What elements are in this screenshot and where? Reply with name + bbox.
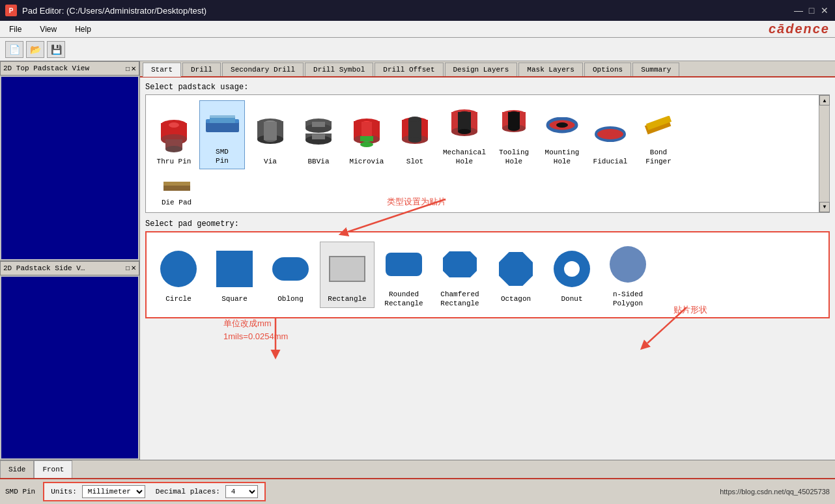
padstack-microvia[interactable]: Microvia — [344, 111, 389, 169]
new-button[interactable]: 📄 — [5, 41, 23, 58]
svg-point-48 — [508, 126, 520, 131]
app-icon: P — [5, 5, 17, 16]
mechanical-hole-label: MechanicalHole — [443, 148, 486, 167]
geometry-polygon[interactable]: n-SidedPolygon — [601, 238, 655, 313]
via-icon — [251, 113, 290, 156]
top-view-close[interactable]: ✕ — [131, 65, 136, 72]
title-bar: P Pad Editor: (C:/Users/Administrator/De… — [0, 0, 835, 21]
svg-rect-15 — [264, 122, 277, 140]
annotation-area: 单位改成mm 1mils=0.0254mm 贴片形状 — [145, 324, 830, 372]
tab-front[interactable]: Front — [34, 460, 72, 478]
smd-pin-icon — [203, 104, 242, 146]
oblong-label: Oblong — [277, 294, 304, 303]
geometry-rounded-rectangle[interactable]: RoundedRectangle — [377, 238, 431, 313]
padstack-bond-finger[interactable]: BondFinger — [636, 102, 681, 169]
svg-rect-58 — [163, 182, 190, 186]
svg-point-30 — [360, 142, 373, 147]
square-label: Square — [221, 294, 248, 303]
units-select[interactable]: Millimeter Mils Inches — [82, 485, 145, 498]
units-annotation-text: 单位改成mm 1mils=0.0254mm — [223, 317, 288, 343]
top-view-header: 2D Top Padstack View □ ✕ — [0, 61, 139, 76]
units-label: Units: — [51, 488, 77, 496]
geometry-octagon[interactable]: Octagon — [489, 242, 543, 307]
maximize-button[interactable]: □ — [806, 5, 817, 16]
slot-icon — [395, 113, 434, 156]
padstack-tooling-hole[interactable]: ToolingHole — [491, 102, 537, 169]
rectangle-icon — [324, 246, 370, 292]
tab-drill-offset[interactable]: Drill Offset — [375, 63, 443, 76]
tab-start[interactable]: Start — [143, 63, 181, 77]
padstack-die-pad[interactable]: Die Pad — [154, 175, 199, 210]
mounting-hole-icon — [543, 104, 582, 147]
padstack-mounting-hole[interactable]: MountingHole — [539, 102, 585, 169]
padstack-fiducial[interactable]: Fiducial — [587, 111, 633, 169]
tab-secondary-drill[interactable]: Secondary Drill — [222, 63, 304, 76]
padstack-section-label: Select padstack usage: — [145, 83, 830, 92]
side-view-header: 2D Padstack Side V… □ ✕ — [0, 261, 139, 275]
geometry-rectangle[interactable]: Rectangle — [320, 242, 375, 308]
circle-icon — [156, 246, 201, 292]
padstack-via[interactable]: Via — [248, 111, 293, 169]
geometry-circle[interactable]: Circle — [152, 242, 205, 307]
die-pad-row: Die Pad — [151, 175, 814, 210]
padstack-slot[interactable]: Slot — [392, 111, 438, 169]
side-view-restore[interactable]: □ — [126, 264, 130, 272]
tab-summary[interactable]: Summary — [632, 63, 679, 76]
svg-rect-22 — [312, 134, 325, 139]
tab-drill-symbol[interactable]: Drill Symbol — [305, 63, 373, 76]
left-panel: 2D Top Padstack View □ ✕ 2D Padstack Sid… — [0, 61, 140, 460]
svg-rect-21 — [312, 122, 325, 127]
fiducial-icon — [591, 113, 630, 156]
geometry-oblong[interactable]: Oblong — [264, 242, 317, 307]
padstack-mechanical-hole[interactable]: MechanicalHole — [440, 102, 488, 169]
open-button[interactable]: 📂 — [26, 41, 44, 58]
side-view-close[interactable]: ✕ — [131, 264, 136, 272]
menu-help[interactable]: Help — [71, 23, 95, 35]
tab-side[interactable]: Side — [0, 460, 34, 478]
padstack-bbvia[interactable]: BBVia — [296, 111, 341, 169]
padstack-smd-pin[interactable]: SMDPin — [199, 100, 245, 169]
tab-mask-layers[interactable]: Mask Layers — [518, 63, 583, 76]
toolbar: 📄 📂 💾 — [0, 38, 835, 61]
units-annotation: 单位改成mm 1mils=0.0254mm — [249, 317, 315, 358]
rectangle-label: Rectangle — [328, 294, 366, 303]
cadence-logo: cādence — [769, 21, 830, 36]
svg-point-54 — [606, 132, 614, 136]
side-view-panel: 2D Padstack Side V… □ ✕ — [0, 261, 139, 460]
tab-drill[interactable]: Drill — [182, 63, 221, 76]
geometry-square[interactable]: Square — [208, 242, 261, 307]
svg-point-42 — [458, 129, 471, 134]
chamfered-rectangle-label: ChamferedRectangle — [440, 290, 479, 309]
minimize-button[interactable]: — — [793, 5, 804, 16]
top-view-restore[interactable]: □ — [126, 65, 130, 72]
tab-design-layers[interactable]: Design Layers — [445, 63, 518, 76]
menu-bar: File View Help cādence — [0, 21, 835, 38]
padstack-scrollbar[interactable]: ▲ ▼ — [819, 95, 829, 212]
menu-view[interactable]: View — [36, 23, 61, 35]
close-button[interactable]: ✕ — [819, 5, 830, 16]
bond-finger-icon — [639, 104, 678, 147]
top-view-panel: 2D Top Padstack View □ ✕ — [0, 61, 139, 261]
rounded-rectangle-label: RoundedRectangle — [384, 290, 423, 309]
geometry-items: Circle Square — [152, 238, 823, 313]
menu-file[interactable]: File — [5, 23, 25, 35]
save-button[interactable]: 💾 — [47, 41, 65, 58]
geometry-donut[interactable]: Donut — [545, 242, 599, 307]
window-controls: — □ ✕ — [793, 5, 830, 16]
url-text: https://blog.csdn.net/qq_45025738 — [720, 488, 830, 496]
smd-pin-status: SMD Pin — [5, 488, 35, 496]
tab-options[interactable]: Options — [584, 63, 631, 76]
geometry-section-label: Select pad geometry: — [145, 219, 830, 229]
side-view-title: 2D Padstack Side V… — [3, 264, 85, 272]
padstack-thru-pin[interactable]: Thru Pin — [151, 111, 197, 169]
slot-label: Slot — [406, 157, 423, 166]
mech-hole-icon — [445, 104, 484, 147]
scroll-up[interactable]: ▲ — [819, 95, 830, 105]
tooling-hole-icon — [494, 104, 533, 147]
scroll-down[interactable]: ▼ — [819, 202, 830, 212]
content-area: Select padstack usage: — [140, 77, 835, 460]
title-text: Pad Editor: (C:/Users/Administrator/Desk… — [22, 6, 206, 16]
geometry-chamfered-rectangle[interactable]: ChamferedRectangle — [433, 238, 487, 313]
top-view-canvas — [1, 77, 138, 259]
decimal-select[interactable]: 4 2 3 5 6 — [225, 485, 258, 498]
